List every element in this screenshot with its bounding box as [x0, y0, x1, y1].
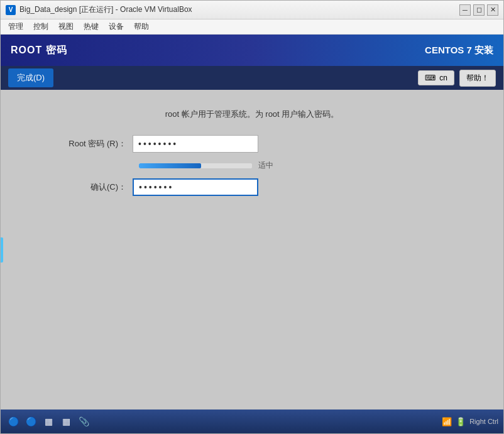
strength-label: 适中 — [258, 160, 273, 171]
menu-help[interactable]: 帮助 — [129, 20, 154, 33]
minimize-button[interactable]: ─ — [459, 4, 471, 16]
header-left: ROOT 密码 — [11, 44, 67, 57]
menu-manage[interactable]: 管理 — [3, 20, 28, 33]
menu-hotkeys[interactable]: 热键 — [79, 20, 104, 33]
menu-view[interactable]: 视图 — [53, 20, 79, 33]
centos-title: CENTOS 7 安装 — [425, 45, 493, 57]
strength-row: 适中 — [139, 160, 453, 171]
close-button[interactable]: ✕ — [487, 4, 498, 16]
taskbar-right-ctrl: Right Ctrl — [469, 418, 498, 425]
done-button[interactable]: 完成(D) — [8, 68, 53, 87]
header-right: CENTOS 7 安装 — [425, 45, 493, 57]
taskbar-icon-1[interactable]: 🔵 — [6, 414, 21, 429]
confirm-password-input[interactable] — [133, 178, 258, 196]
taskbar-network-icon: 📶 — [442, 417, 452, 426]
window-title: Big_Data_design [正在运行] - Oracle VM Virtu… — [19, 4, 459, 15]
vm-content: ROOT 密码 CENTOS 7 安装 完成(D) ⌨ cn 帮助！ root — [1, 35, 503, 433]
confirm-password-row: 确认(C)： — [51, 178, 453, 196]
taskbar-icon-2[interactable]: 🔵 — [23, 414, 38, 429]
menu-devices[interactable]: 设备 — [104, 20, 129, 33]
taskbar-icon-5[interactable]: 📎 — [76, 414, 91, 429]
taskbar: 🔵 🔵 ▦ ▦ 📎 📶 🔋 Right Ctrl — [1, 410, 503, 433]
strength-bar-container — [139, 163, 252, 168]
taskbar-icon-4[interactable]: ▦ — [58, 414, 74, 429]
help-button[interactable]: 帮助！ — [459, 70, 496, 87]
form-area: root 帐户用于管理系统。为 root 用户输入密码。 Root 密码 (R)… — [1, 90, 503, 222]
form-description: root 帐户用于管理系统。为 root 用户输入密码。 — [51, 109, 453, 120]
keyboard-icon: ⌨ — [425, 73, 436, 82]
taskbar-battery-icon: 🔋 — [456, 417, 466, 426]
installer-header: ROOT 密码 CENTOS 7 安装 — [1, 35, 503, 66]
lang-label: cn — [439, 73, 447, 82]
taskbar-right: 📶 🔋 Right Ctrl — [442, 417, 498, 426]
installer-body: root 帐户用于管理系统。为 root 用户输入密码。 Root 密码 (R)… — [1, 90, 503, 410]
menu-control[interactable]: 控制 — [28, 20, 53, 33]
strength-bar — [139, 163, 201, 168]
root-password-row: Root 密码 (R)： — [51, 135, 453, 153]
app-icon: V — [6, 5, 16, 15]
root-password-label: Root 密码 (R)： — [51, 138, 133, 149]
language-button[interactable]: ⌨ cn — [418, 70, 454, 85]
taskbar-icon-3[interactable]: ▦ — [41, 414, 56, 429]
root-password-input[interactable] — [133, 135, 258, 153]
main-window: V Big_Data_design [正在运行] - Oracle VM Vir… — [0, 0, 504, 434]
installer-toolbar: 完成(D) ⌨ cn 帮助！ — [1, 66, 503, 90]
title-bar: V Big_Data_design [正在运行] - Oracle VM Vir… — [1, 1, 503, 19]
header-title: ROOT 密码 — [11, 44, 67, 57]
window-controls: ─ ◻ ✕ — [459, 4, 498, 16]
confirm-password-label: 确认(C)： — [51, 182, 133, 193]
taskbar-left: 🔵 🔵 ▦ ▦ 📎 — [6, 414, 91, 429]
restore-button[interactable]: ◻ — [473, 4, 485, 16]
edge-indicator — [1, 237, 3, 263]
menu-bar: 管理 控制 视图 热键 设备 帮助 — [1, 19, 503, 35]
